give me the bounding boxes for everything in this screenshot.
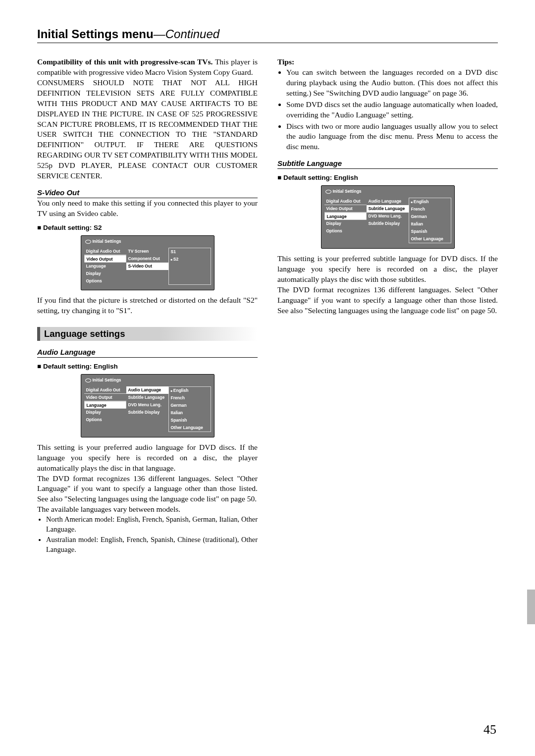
tips-label: Tips: bbox=[277, 57, 498, 67]
menu-left: Digital Audio Out Video Output Language … bbox=[84, 248, 126, 285]
eye-icon bbox=[85, 240, 91, 244]
menu-left-item: Digital Audio Out bbox=[84, 248, 126, 255]
columns: Compatibility of this unit with progress… bbox=[37, 57, 498, 555]
svideo-default: Default setting: S2 bbox=[37, 224, 258, 231]
audio-menu-figure: Initial Settings Digital Audio Out Video… bbox=[81, 374, 214, 437]
menu-right-item-selected: English bbox=[169, 387, 211, 394]
menu-right: English French German Italian Spanish Ot… bbox=[168, 386, 211, 432]
svideo-heading: S-Video Out bbox=[37, 188, 258, 198]
audio-language-heading: Audio Language bbox=[37, 348, 258, 358]
menu-left-item: Display bbox=[84, 270, 126, 277]
audio-p1: This setting is your preferred audio lan… bbox=[37, 442, 258, 474]
menu-right: S1 S2 bbox=[168, 248, 211, 285]
menu-window: Initial Settings Digital Audio Out Video… bbox=[81, 235, 214, 290]
list-item: Discs with two or more audio languages u… bbox=[286, 121, 498, 153]
svideo-menu-figure: Initial Settings Digital Audio Out Video… bbox=[81, 235, 214, 290]
menu-left-item: Display bbox=[84, 409, 126, 416]
menu-mid: TV Screen Component Out S-Video Out bbox=[126, 248, 168, 285]
menu-mid-item: Subtitle Language bbox=[126, 394, 168, 401]
menu-left-item: Digital Audio Out bbox=[324, 198, 367, 205]
svideo-p1: You only need to make this setting if yo… bbox=[37, 198, 258, 219]
menu-left-item: Video Output bbox=[84, 394, 126, 401]
page-number: 45 bbox=[483, 722, 496, 737]
page-title: Initial Settings menu—Continued bbox=[37, 27, 498, 41]
audio-default: Default setting: English bbox=[37, 363, 258, 370]
subtitle-menu-figure: Initial Settings Digital Audio Out Video… bbox=[321, 185, 455, 249]
list-item: Some DVD discs set the audio language au… bbox=[286, 100, 498, 120]
svideo-p2: If you find that the picture is stretche… bbox=[37, 295, 258, 316]
right-column: Tips: You can switch between the languag… bbox=[277, 57, 498, 555]
menu-title: Initial Settings bbox=[324, 188, 451, 196]
menu-right-item: Spanish bbox=[169, 417, 211, 424]
title-rule bbox=[37, 43, 498, 43]
menu-right-item: French bbox=[409, 206, 451, 213]
manual-page: Initial Settings menu—Continued Compatib… bbox=[0, 0, 535, 756]
menu-mid-item: Component Out bbox=[126, 255, 168, 263]
compat-p2: CONSUMERS SHOULD NOTE THAT NOT ALL HIGH … bbox=[37, 78, 258, 181]
menu-right-item: Spanish bbox=[409, 228, 451, 235]
menu-right-item: Other Language bbox=[409, 235, 451, 243]
language-settings-banner: Language settings bbox=[37, 327, 258, 341]
menu-left-item-selected: Language bbox=[324, 213, 367, 220]
audio-p3: The available languages vary between mod… bbox=[37, 504, 258, 515]
menu-left-item: Display bbox=[324, 220, 367, 227]
menu-mid-item-selected: S-Video Out bbox=[126, 263, 168, 270]
menu-mid-item: Subtitle Display bbox=[367, 220, 409, 227]
menu-left: Digital Audio Out Video Output Language … bbox=[324, 198, 367, 243]
menu-right-item: German bbox=[409, 213, 451, 220]
subtitle-p2: The DVD format recognizes 136 different … bbox=[277, 285, 498, 316]
menu-right: English French German Italian Spanish Ot… bbox=[409, 198, 451, 243]
list-item: You can switch between the languages rec… bbox=[286, 67, 498, 99]
left-column: Compatibility of this unit with progress… bbox=[37, 57, 258, 555]
subtitle-p1: This setting is your preferred subtitle … bbox=[277, 254, 498, 285]
eye-icon bbox=[325, 190, 331, 194]
audio-model-list: North American model: English, French, S… bbox=[37, 515, 258, 554]
menu-right-item: German bbox=[169, 402, 211, 409]
menu-mid-item-selected: Audio Language bbox=[126, 386, 168, 394]
side-tab bbox=[527, 590, 535, 624]
menu-mid: Audio Language Subtitle Language DVD Men… bbox=[367, 198, 409, 243]
menu-window: Initial Settings Digital Audio Out Video… bbox=[81, 374, 214, 437]
menu-right-item: Italian bbox=[409, 220, 451, 228]
audio-p2: The DVD format recognizes 136 different … bbox=[37, 474, 258, 505]
menu-left-item: Video Output bbox=[324, 205, 367, 213]
list-item: North American model: English, French, S… bbox=[46, 515, 258, 534]
page-title-continued: —Continued bbox=[154, 27, 219, 41]
menu-mid-item-selected: Subtitle Language bbox=[367, 205, 409, 213]
menu-window: Initial Settings Digital Audio Out Video… bbox=[321, 185, 455, 249]
menu-right-item-selected: English bbox=[409, 198, 451, 206]
page-title-main: Initial Settings menu bbox=[37, 27, 154, 41]
compat-para: Compatibility of this unit with progress… bbox=[37, 57, 258, 78]
menu-right-item: S1 bbox=[169, 248, 211, 256]
menu-title: Initial Settings bbox=[84, 377, 211, 384]
compat-heading: Compatibility of this unit with progress… bbox=[37, 57, 213, 66]
menu-mid-item: Audio Language bbox=[367, 198, 409, 205]
menu-title: Initial Settings bbox=[84, 238, 211, 246]
subtitle-default: Default setting: English bbox=[277, 174, 498, 181]
menu-mid-item: DVD Menu Lang. bbox=[126, 401, 168, 409]
menu-mid: Audio Language Subtitle Language DVD Men… bbox=[126, 386, 168, 432]
menu-right-item: Other Language bbox=[169, 424, 211, 432]
eye-icon bbox=[85, 378, 91, 382]
menu-left-item: Options bbox=[84, 416, 126, 424]
menu-mid-item: TV Screen bbox=[126, 248, 168, 255]
menu-left-item: Digital Audio Out bbox=[84, 386, 126, 394]
subtitle-language-heading: Subtitle Language bbox=[277, 159, 498, 169]
menu-left: Digital Audio Out Video Output Language … bbox=[84, 386, 126, 432]
menu-mid-item: DVD Menu Lang. bbox=[367, 213, 409, 220]
menu-left-item-selected: Video Output bbox=[84, 255, 126, 263]
menu-right-item: Italian bbox=[169, 409, 211, 417]
menu-left-item: Options bbox=[84, 277, 126, 285]
menu-right-item-selected: S2 bbox=[169, 256, 211, 263]
menu-mid-item: Subtitle Display bbox=[126, 409, 168, 416]
menu-left-item: Options bbox=[324, 227, 367, 235]
list-item: Australian model: English, French, Spani… bbox=[46, 535, 258, 554]
tips-list: You can switch between the languages rec… bbox=[277, 67, 498, 152]
menu-left-item: Language bbox=[84, 263, 126, 270]
menu-left-item-selected: Language bbox=[84, 401, 126, 409]
menu-right-item: French bbox=[169, 394, 211, 402]
